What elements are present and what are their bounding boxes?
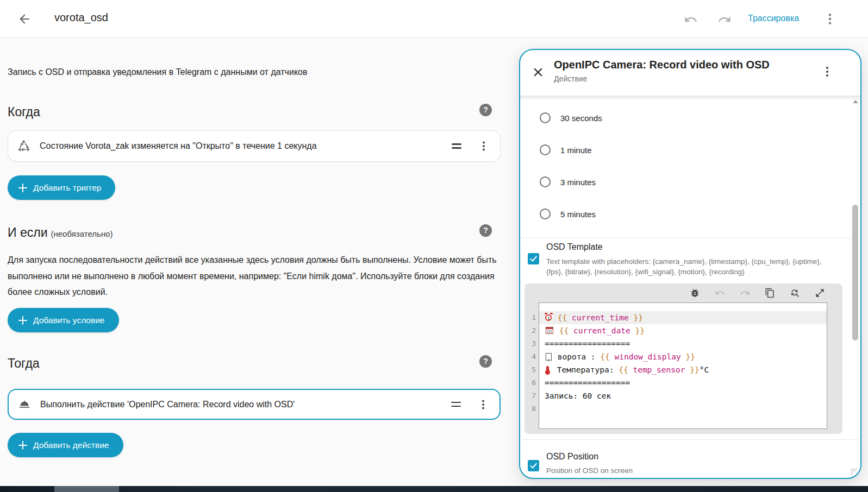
thermometer-icon <box>546 366 549 373</box>
trigger-row[interactable]: Состояние Vorota_zak изменяется на "Откр… <box>8 130 501 162</box>
divider <box>521 238 859 238</box>
duration-option[interactable]: 30 seconds <box>540 111 602 124</box>
osd-template-label: OSD Template <box>546 242 603 252</box>
back-icon[interactable] <box>17 12 32 26</box>
osd-template-checkbox[interactable] <box>528 253 539 264</box>
resize-handle-icon[interactable] <box>851 468 857 475</box>
duration-option-label: 3 minutes <box>560 178 596 187</box>
line-number: 2 <box>524 324 539 337</box>
condition-section-description: Для запуска последовательности действий … <box>8 252 503 300</box>
code-line[interactable]: ворота : {{ window_display }} <box>539 350 827 363</box>
code-line[interactable]: {{ current_time }} <box>539 311 827 324</box>
unknown-glyph-icon <box>546 353 552 361</box>
action-summary: Выполнить действие 'OpenIPC Camera: Reco… <box>40 400 451 409</box>
add-trigger-button[interactable]: Добавить триггер <box>8 175 115 200</box>
code-text: }} <box>681 352 695 361</box>
when-help-icon[interactable] <box>479 104 492 116</box>
code-text: {{ <box>619 365 633 374</box>
code-line[interactable]: Температура: {{ temp_sensor }}°C <box>539 363 827 376</box>
code-line[interactable]: {{ current_date }} <box>539 324 827 337</box>
code-text: }} <box>685 365 699 374</box>
code-text: Запись: 60 сек <box>545 392 611 400</box>
add-trigger-label: Добавить триггер <box>33 183 101 193</box>
search-replace-icon[interactable] <box>790 288 800 298</box>
drag-handle-icon[interactable] <box>451 142 462 150</box>
top-app-bar: vorota_osd Трассировка <box>0 0 868 38</box>
line-number-gutter: 12345678 <box>524 302 539 429</box>
editor-toolbar <box>524 283 842 302</box>
redo-icon[interactable] <box>740 288 750 298</box>
condition-section-title: И если(необязательно) <box>8 225 113 240</box>
code-text: {{ <box>600 352 614 361</box>
condition-help-icon[interactable] <box>479 224 492 237</box>
code-line[interactable]: Запись: 60 сек <box>539 389 827 402</box>
line-number: 5 <box>524 363 539 376</box>
code-content[interactable]: {{ current_time }} {{ current_date }}===… <box>539 302 827 429</box>
scrollbar-thumb[interactable] <box>54 486 119 492</box>
line-number: 7 <box>524 389 539 402</box>
service-bell-icon <box>17 398 32 412</box>
drag-handle-icon[interactable] <box>451 401 461 408</box>
code-text <box>554 326 559 335</box>
duration-option[interactable]: 1 minute <box>540 143 592 156</box>
when-section-title: Когда <box>8 105 40 119</box>
undo-icon[interactable] <box>684 12 698 27</box>
code-text: ворота : <box>553 352 600 361</box>
add-condition-label: Добавить условие <box>33 316 105 325</box>
overflow-menu-icon[interactable] <box>823 12 837 26</box>
trigger-summary: Состояние Vorota_zak изменяется на "Откр… <box>40 141 451 151</box>
duration-option[interactable]: 3 minutes <box>540 175 596 188</box>
osd-template-description: Text template with placeholders: {camera… <box>546 257 827 277</box>
radio-icon[interactable] <box>540 209 551 219</box>
radio-icon[interactable] <box>540 112 551 123</box>
code-text: current_date <box>573 326 630 335</box>
redo-icon[interactable] <box>717 12 732 27</box>
fullscreen-icon[interactable] <box>815 288 825 298</box>
action-row[interactable]: Выполнить действие 'OpenIPC Camera: Reco… <box>8 389 501 420</box>
osd-position-checkbox[interactable] <box>528 460 539 471</box>
radio-icon[interactable] <box>540 176 551 187</box>
dialog-subtitle: Действие <box>554 74 588 83</box>
add-action-button[interactable]: Добавить действие <box>8 433 123 457</box>
osd-position-label: OSD Position <box>546 452 598 462</box>
copy-icon[interactable] <box>765 288 775 298</box>
action-settings-dialog: OpenIPC Camera: Record video with OSD Де… <box>519 49 861 479</box>
code-line[interactable]: ================== <box>539 337 827 350</box>
code-text: }} <box>629 313 643 322</box>
line-number: 1 <box>524 311 539 324</box>
trace-link[interactable]: Трассировка <box>748 14 799 23</box>
dialog-scrollbar[interactable] <box>852 205 858 340</box>
bug-icon[interactable] <box>690 288 700 298</box>
code-text: ================== <box>545 379 630 387</box>
divider <box>521 439 859 440</box>
dialog-menu-icon[interactable] <box>820 65 834 79</box>
action-menu-icon[interactable] <box>477 398 490 411</box>
trigger-menu-icon[interactable] <box>477 140 490 153</box>
code-text: {{ <box>558 313 572 322</box>
condition-optional-label: (необязательно) <box>51 229 113 238</box>
automation-editor-screen: vorota_osd Трассировка Запись с OSD и от… <box>0 0 868 492</box>
line-number: 8 <box>524 402 539 415</box>
dialog-title: OpenIPC Camera: Record video with OSD <box>554 59 770 71</box>
automation-description: Запись с OSD и отправка уведомления в Te… <box>8 67 307 77</box>
code-text: °C <box>700 365 709 374</box>
page-horizontal-scrollbar[interactable] <box>0 486 868 492</box>
duration-option[interactable]: 5 minutes <box>540 207 596 220</box>
close-icon[interactable] <box>531 65 545 79</box>
code-line[interactable]: ================== <box>539 376 827 389</box>
scroll-up-arrow-icon[interactable] <box>853 100 858 103</box>
add-condition-button[interactable]: Добавить условие <box>8 308 119 332</box>
line-number: 3 <box>524 337 539 350</box>
add-action-label: Добавить действие <box>33 440 109 450</box>
state-trigger-icon <box>17 139 31 153</box>
undo-icon[interactable] <box>715 288 725 298</box>
osd-position-description: Position of OSD on screen <box>546 466 633 476</box>
alarm-clock-icon <box>545 314 552 321</box>
then-help-icon[interactable] <box>479 355 492 368</box>
radio-icon[interactable] <box>540 144 551 155</box>
code-text: ================== <box>545 339 630 348</box>
page-title: vorota_osd <box>54 11 108 24</box>
template-code-editor[interactable]: 12345678 {{ current_time }} {{ current_d… <box>524 283 842 434</box>
code-text: }} <box>630 326 645 335</box>
plus-icon <box>18 441 27 450</box>
